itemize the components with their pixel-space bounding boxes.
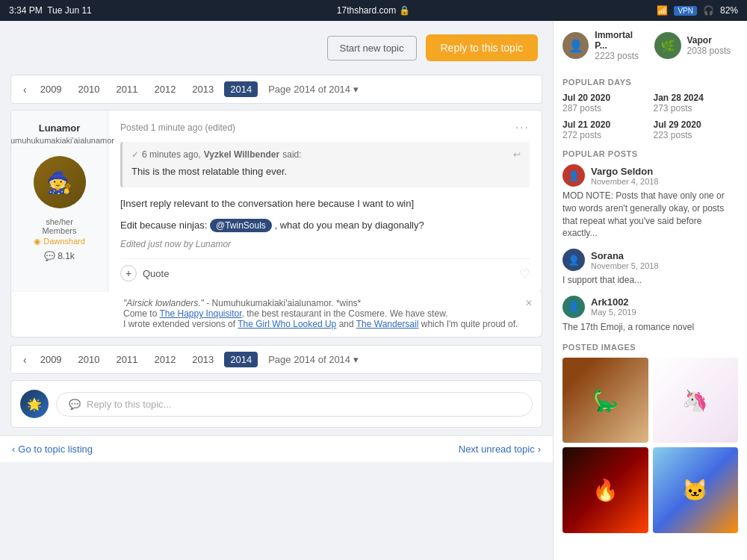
chevron-right-icon: › <box>538 444 541 455</box>
battery-level: 82% <box>720 5 738 16</box>
top-user-1-name: Immortal P... <box>595 30 646 51</box>
page-dropdown-icon-bottom[interactable]: ▾ <box>353 354 359 365</box>
page-year-2011-bottom[interactable]: 2011 <box>111 352 144 367</box>
reply-speech-icon: 💬 <box>69 399 81 410</box>
like-button[interactable]: ♡ <box>519 267 530 281</box>
status-right: 📶 VPN 🎧 82% <box>657 5 738 16</box>
add-reaction-button[interactable]: + <box>120 265 137 281</box>
popular-posts-title: POPULAR POSTS <box>562 149 738 158</box>
page-year-2009[interactable]: 2009 <box>34 81 68 97</box>
status-time: 3:34 PM Tue Jun 11 <box>9 5 92 16</box>
pagination-bar-top: ‹ 2009 2010 2011 2012 2013 2014 Page 201… <box>10 75 542 104</box>
post-role: Members <box>43 226 77 235</box>
page-dropdown-icon[interactable]: ▾ <box>353 84 359 95</box>
wifi-icon: 📶 <box>657 5 668 16</box>
popular-post-1-text: MOD NOTE: Posts that have only one or tw… <box>562 190 738 240</box>
top-user-1-posts: 2223 posts <box>595 51 646 61</box>
content-area: Start new topic Reply to this topic ‹ 20… <box>0 21 553 560</box>
popular-post-1-avatar: 👤 <box>562 164 585 187</box>
happy-inquisitor-link[interactable]: The Happy Inquisitor <box>159 308 241 319</box>
bottom-nav: ‹ Go to topic listing Next unread topic … <box>0 435 553 462</box>
popular-days-grid: Jul 20 2020 287 posts Jan 28 2024 273 po… <box>562 93 738 140</box>
start-new-topic-button[interactable]: Start new topic <box>327 36 417 60</box>
unicorn-image[interactable]: 🦄 <box>653 358 739 444</box>
top-user-1-avatar: 👤 <box>562 32 589 59</box>
quote-reply-icon: ↩ <box>513 149 521 160</box>
right-sidebar: 👤 Immortal P... 2223 posts 🌿 Vapor 2038 … <box>553 21 747 560</box>
top-user-2-avatar: 🌿 <box>654 32 681 59</box>
cat-image[interactable]: 🐱 <box>653 447 739 533</box>
status-bar: 3:34 PM Tue Jun 11 17thshard.com 🔒 📶 VPN… <box>0 0 747 21</box>
posted-images-grid: 🦕 🦄 🔥 🐱 <box>562 358 738 533</box>
avatar: 🧙 <box>34 156 86 208</box>
post-meta: Posted 1 minute ago (edited) ··· <box>120 121 530 134</box>
popular-post-3: 👤 Ark1002 May 5, 2019 The 17th Emoji, a … <box>562 296 738 334</box>
prev-page-arrow[interactable]: ‹ <box>20 82 30 97</box>
post-content: [Insert reply relevant to the conversati… <box>120 196 530 234</box>
domain-label: 17thshard.com 🔒 <box>337 5 410 16</box>
main-layout: Start new topic Reply to this topic ‹ 20… <box>0 21 747 560</box>
quote-button[interactable]: Quote <box>143 268 169 279</box>
popular-post-1: 👤 Vargo Seldon November 4, 2018 MOD NOTE… <box>562 164 738 240</box>
post-actions: + Quote ♡ <box>120 258 530 281</box>
headphone-icon: 🎧 <box>703 5 714 16</box>
popular-days-title: POPULAR DAYS <box>562 78 738 87</box>
top-user-1: 👤 Immortal P... 2223 posts <box>562 30 647 61</box>
header-actions: Start new topic Reply to this topic <box>0 21 553 75</box>
popular-day-3: Jul 21 2020 272 posts <box>562 119 648 140</box>
posted-images-title: POSTED IMAGES <box>562 343 738 352</box>
popular-post-2: 👤 Sorana November 5, 2018 I support that… <box>562 249 738 287</box>
page-year-2010-bottom[interactable]: 2010 <box>72 352 106 367</box>
post-card: Lunamor Numuhukumakiaki'aialunamor 🧙 she… <box>10 110 542 293</box>
page-info: Page 2014 of 2014 ▾ <box>268 84 359 95</box>
top-user-2: 🌿 Vapor 2038 posts <box>654 30 739 61</box>
page-year-2012-bottom[interactable]: 2012 <box>148 352 182 367</box>
post-author-name: Lunamor <box>39 122 81 134</box>
girl-looked-up-link[interactable]: The Girl Who Looked Up <box>238 319 336 329</box>
quote-text: This is the most relatable thing ever. <box>131 164 521 180</box>
prev-page-arrow-bottom[interactable]: ‹ <box>20 352 30 367</box>
post-edited: Edited just now by Lunamor <box>120 239 530 249</box>
page-year-2010[interactable]: 2010 <box>72 81 106 97</box>
go-to-topic-listing-button[interactable]: ‹ Go to topic listing <box>12 444 93 455</box>
wandersail-link[interactable]: The Wandersail <box>356 319 419 329</box>
reply-to-topic-button[interactable]: Reply to this topic <box>426 34 539 61</box>
top-users-section: 👤 Immortal P... 2223 posts 🌿 Vapor 2038 … <box>562 30 738 69</box>
post-pronouns: she/her <box>46 217 73 226</box>
popular-day-1: Jul 20 2020 287 posts <box>562 93 648 113</box>
page-year-2013[interactable]: 2013 <box>186 81 220 97</box>
page-year-2014-bottom[interactable]: 2014 <box>224 352 258 367</box>
pagination-bar-bottom: ‹ 2009 2010 2011 2012 2013 2014 Page 201… <box>10 345 542 374</box>
popular-day-4: Jul 29 2020 223 posts <box>654 119 739 140</box>
popular-post-2-avatar: 👤 <box>562 249 585 271</box>
post-options-button[interactable]: ··· <box>515 121 530 134</box>
post-group-badge: ◉ Dawnshard <box>34 237 85 246</box>
mention-tag[interactable]: @TwinSouls <box>210 219 272 232</box>
next-unread-topic-button[interactable]: Next unread topic › <box>459 444 541 455</box>
page-year-2011[interactable]: 2011 <box>111 81 144 97</box>
reply-placeholder: Reply to this topic... <box>87 399 171 410</box>
post-signature: ✕ "Airsick lowlanders." - Numuhukumakiak… <box>10 292 542 337</box>
page-year-2012[interactable]: 2012 <box>148 81 182 97</box>
dinosaur-image[interactable]: 🦕 <box>562 358 648 444</box>
post-sidebar: Lunamor Numuhukumakiaki'aialunamor 🧙 she… <box>11 111 108 292</box>
popular-day-2: Jan 28 2024 273 posts <box>654 93 739 113</box>
sig-close-button[interactable]: ✕ <box>525 298 533 308</box>
reply-input-box[interactable]: 💬 Reply to this topic... <box>56 392 533 417</box>
page-year-2014[interactable]: 2014 <box>224 81 258 97</box>
chevron-left-icon: ‹ <box>12 444 15 455</box>
page-year-2009-bottom[interactable]: 2009 <box>34 352 68 367</box>
laser-image[interactable]: 🔥 <box>562 447 648 533</box>
page-info-bottom: Page 2014 of 2014 ▾ <box>268 354 359 365</box>
post-body: Posted 1 minute ago (edited) ··· ✓ 6 min… <box>108 111 542 292</box>
popular-post-3-text: The 17th Emoji, a romance novel <box>562 321 738 334</box>
post-timestamp: Posted 1 minute ago (edited) <box>120 122 235 133</box>
post-author-title: Numuhukumakiaki'aialunamor <box>10 135 114 146</box>
quote-check-icon: ✓ <box>131 149 139 160</box>
top-user-2-name: Vapor <box>687 35 731 46</box>
reply-user-avatar: 🌟 <box>20 390 49 418</box>
page-year-2013-bottom[interactable]: 2013 <box>186 352 220 367</box>
popular-post-3-avatar: 👤 <box>562 296 585 318</box>
post-count: 💬 8.1k <box>44 251 75 261</box>
reply-input-area: 🌟 💬 Reply to this topic... <box>10 380 542 428</box>
